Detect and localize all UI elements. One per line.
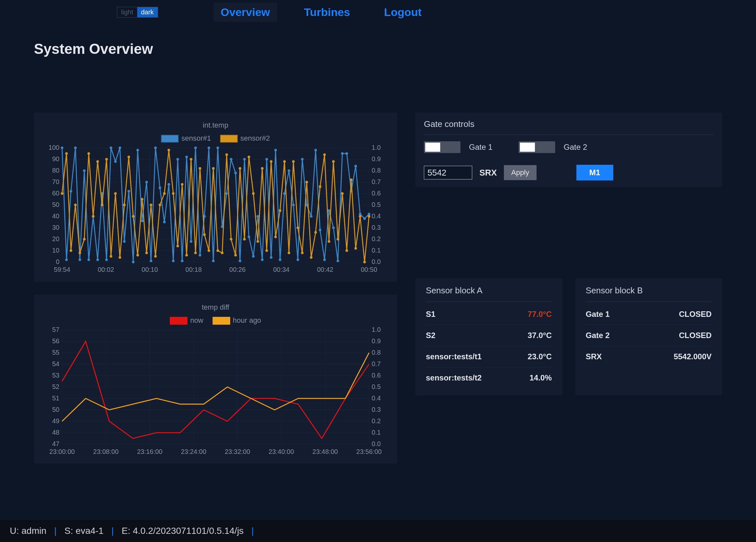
legend-sensor1: sensor#1 <box>181 134 211 142</box>
svg-point-73 <box>168 183 170 186</box>
svg-point-149 <box>194 252 197 254</box>
footer-server: S: eva4-1 <box>64 526 104 536</box>
svg-point-160 <box>243 238 246 241</box>
svg-text:100: 100 <box>49 145 59 151</box>
svg-point-177 <box>319 185 321 188</box>
svg-point-133 <box>123 204 126 206</box>
sensor-block-a: Sensor block A S177.0°CS237.0°Csensor:te… <box>415 278 562 395</box>
nav-overview[interactable]: Overview <box>214 3 277 22</box>
chart-legend: sensor#1 sensor#2 <box>42 132 389 145</box>
svg-text:0.8: 0.8 <box>372 167 381 174</box>
svg-point-60 <box>110 147 112 149</box>
svg-point-178 <box>323 153 326 156</box>
svg-point-174 <box>305 181 308 183</box>
svg-text:10: 10 <box>52 247 59 254</box>
svg-point-77 <box>185 156 188 158</box>
svg-point-76 <box>181 260 184 263</box>
svg-text:1.0: 1.0 <box>372 145 381 151</box>
svg-point-119 <box>61 192 63 195</box>
svg-point-123 <box>78 252 81 254</box>
svg-point-181 <box>337 238 339 241</box>
svg-text:50: 50 <box>52 406 59 413</box>
svg-text:54: 54 <box>52 360 59 367</box>
svg-text:00:42: 00:42 <box>317 266 333 273</box>
svg-point-111 <box>337 260 339 263</box>
svg-text:23:24:00: 23:24:00 <box>181 448 206 455</box>
svg-point-84 <box>217 147 219 149</box>
sensor-key: sensor:tests/t1 <box>426 352 482 361</box>
svg-point-88 <box>234 172 237 174</box>
svg-point-49 <box>61 147 63 149</box>
svg-text:20: 20 <box>52 235 59 243</box>
svg-point-166 <box>270 160 272 163</box>
svg-point-124 <box>83 238 86 241</box>
svg-point-156 <box>225 153 228 156</box>
svg-point-75 <box>176 158 179 161</box>
theme-dark-option[interactable]: dark <box>137 7 158 17</box>
svg-point-150 <box>199 167 201 170</box>
svg-text:0.5: 0.5 <box>372 383 381 390</box>
gate1-label: Gate 1 <box>469 143 492 152</box>
sensor-key: S2 <box>426 331 435 340</box>
svg-point-112 <box>341 152 344 155</box>
sensor-row: SRX5542.000V <box>586 346 712 367</box>
gate2-switch[interactable] <box>519 141 555 153</box>
svg-point-155 <box>221 252 223 254</box>
svg-point-51 <box>70 190 72 193</box>
svg-text:47: 47 <box>52 440 59 447</box>
theme-toggle[interactable]: light dark <box>117 7 158 18</box>
svg-point-68 <box>145 181 148 183</box>
svg-point-101 <box>292 204 295 206</box>
svg-point-154 <box>217 249 219 252</box>
m1-button[interactable]: M1 <box>576 165 613 181</box>
theme-light-option[interactable]: light <box>117 7 137 17</box>
svg-text:0.2: 0.2 <box>372 235 381 243</box>
svg-text:23:56:00: 23:56:00 <box>356 448 382 455</box>
svg-text:0.7: 0.7 <box>372 360 381 367</box>
page-title: System Overview <box>34 41 756 57</box>
svg-point-54 <box>83 169 86 172</box>
svg-point-140 <box>154 255 157 258</box>
svg-point-64 <box>127 190 130 193</box>
footer-engine: E: 4.0.2/2023071101/0.5.14/js <box>121 526 244 536</box>
apply-button[interactable]: Apply <box>504 165 536 180</box>
svg-point-117 <box>363 217 366 220</box>
nav-logout[interactable]: Logout <box>377 3 429 22</box>
svg-text:23:48:00: 23:48:00 <box>313 448 338 455</box>
sensor-row: S177.0°C <box>426 304 552 325</box>
sensor-value: 14.0% <box>529 373 552 382</box>
svg-point-91 <box>248 236 250 238</box>
sensor-key: SRX <box>586 352 602 361</box>
svg-point-109 <box>328 210 330 212</box>
svg-point-100 <box>288 169 290 172</box>
svg-text:0.4: 0.4 <box>372 394 381 402</box>
svg-text:23:08:00: 23:08:00 <box>93 448 119 455</box>
svg-point-70 <box>154 147 157 149</box>
svg-point-139 <box>150 204 152 206</box>
svg-point-63 <box>123 240 126 243</box>
svg-point-52 <box>74 147 77 149</box>
svg-point-172 <box>297 227 299 229</box>
svg-point-144 <box>172 192 175 195</box>
svg-point-116 <box>359 213 362 215</box>
chart-legend: now hour ago <box>42 313 389 327</box>
svg-point-121 <box>70 249 72 252</box>
gate1-switch[interactable] <box>424 141 460 153</box>
sensor-value: 23.0°C <box>528 352 552 361</box>
svg-text:0.2: 0.2 <box>372 417 381 424</box>
nav-turbines[interactable]: Turbines <box>297 3 357 22</box>
svg-text:53: 53 <box>52 372 59 379</box>
svg-point-103 <box>301 158 304 161</box>
svg-point-94 <box>261 259 264 261</box>
chart-title: int.temp <box>42 119 389 132</box>
svg-point-176 <box>314 231 317 234</box>
svg-point-171 <box>292 160 295 163</box>
svg-text:50: 50 <box>52 201 59 208</box>
svg-point-95 <box>265 158 268 161</box>
svg-point-69 <box>150 260 152 263</box>
svg-point-179 <box>328 240 330 243</box>
sensor-value: 5542.000V <box>674 352 712 361</box>
legend-hour-ago: hour ago <box>233 316 261 324</box>
svg-point-80 <box>199 254 201 257</box>
srx-input[interactable] <box>424 166 472 180</box>
